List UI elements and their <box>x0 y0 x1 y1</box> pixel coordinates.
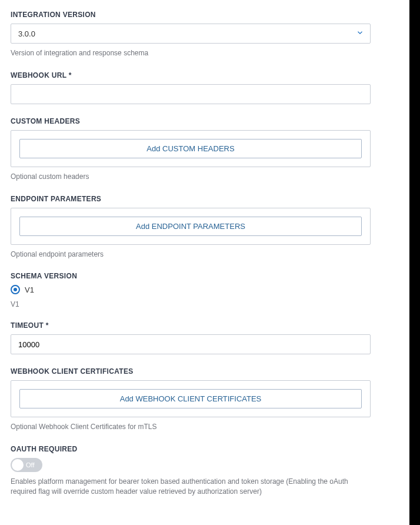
schema-version-label: SCHEMA VERSION <box>11 272 371 280</box>
schema-version-field: SCHEMA VERSION V1 V1 <box>11 272 371 308</box>
radio-selected-icon <box>14 288 17 291</box>
timeout-label: TIMEOUT * <box>11 321 371 330</box>
custom-headers-label: CUSTOM HEADERS <box>11 117 371 125</box>
timeout-field: TIMEOUT * <box>11 321 371 354</box>
schema-version-option-row[interactable]: V1 <box>11 285 371 294</box>
integration-version-label: INTEGRATION VERSION <box>11 11 371 19</box>
toggle-knob-icon <box>12 459 24 471</box>
webhook-client-certs-panel: Add WEBHOOK CLIENT CERTIFICATES <box>11 380 371 417</box>
custom-headers-panel: Add CUSTOM HEADERS <box>11 130 371 167</box>
webhook-url-field: WEBHOOK URL * <box>11 71 371 104</box>
endpoint-parameters-help: Optional endpoint parameters <box>11 250 371 260</box>
integration-version-help: Version of integration and response sche… <box>11 48 371 58</box>
chevron-down-icon <box>356 29 364 39</box>
integration-version-select[interactable]: 3.0.0 <box>11 24 371 44</box>
webhook-client-certs-help: Optional Webhook Client Certificates for… <box>11 422 371 432</box>
radio-button-icon[interactable] <box>11 285 20 294</box>
webhook-url-label: WEBHOOK URL * <box>11 71 371 79</box>
oauth-required-label: OAUTH REQUIRED <box>11 445 371 453</box>
oauth-required-help: Enables platform management for bearer t… <box>11 477 371 497</box>
oauth-required-field: OAUTH REQUIRED Off Enables platform mana… <box>11 445 371 497</box>
add-custom-headers-button[interactable]: Add CUSTOM HEADERS <box>19 139 362 158</box>
oauth-required-toggle[interactable]: Off <box>11 458 42 472</box>
timeout-input[interactable] <box>11 334 371 354</box>
custom-headers-help: Optional custom headers <box>11 172 371 182</box>
add-webhook-client-certs-button[interactable]: Add WEBHOOK CLIENT CERTIFICATES <box>19 389 362 408</box>
webhook-url-input[interactable] <box>11 84 371 104</box>
integration-version-value: 3.0.0 <box>18 29 35 38</box>
add-endpoint-parameters-button[interactable]: Add ENDPOINT PARAMETERS <box>19 217 362 236</box>
toggle-state-label: Off <box>26 461 34 468</box>
right-border-decoration <box>409 0 420 525</box>
endpoint-parameters-panel: Add ENDPOINT PARAMETERS <box>11 208 371 245</box>
schema-version-option-label: V1 <box>25 285 34 294</box>
schema-version-selected: V1 <box>11 300 371 308</box>
custom-headers-field: CUSTOM HEADERS Add CUSTOM HEADERS Option… <box>11 117 371 182</box>
webhook-client-certs-label: WEBHOOK CLIENT CERTIFICATES <box>11 367 371 376</box>
integration-version-field: INTEGRATION VERSION 3.0.0 Version of int… <box>11 11 371 58</box>
endpoint-parameters-label: ENDPOINT PARAMETERS <box>11 195 371 203</box>
webhook-client-certs-field: WEBHOOK CLIENT CERTIFICATES Add WEBHOOK … <box>11 367 371 432</box>
endpoint-parameters-field: ENDPOINT PARAMETERS Add ENDPOINT PARAMET… <box>11 195 371 260</box>
